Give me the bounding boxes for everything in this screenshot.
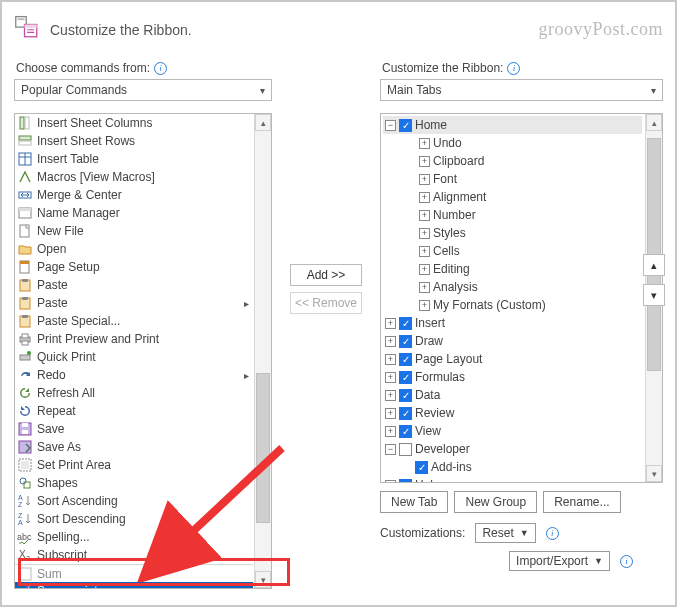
tree-node[interactable]: +Number: [383, 206, 642, 224]
expand-toggle[interactable]: +: [385, 354, 396, 365]
checkbox[interactable]: [399, 443, 412, 456]
command-item[interactable]: Shapes▸: [15, 474, 253, 492]
expand-toggle[interactable]: +: [419, 228, 430, 239]
tree-node[interactable]: +Alignment: [383, 188, 642, 206]
collapse-toggle[interactable]: −: [385, 120, 396, 131]
scrollbar[interactable]: ▴ ▾: [254, 114, 271, 588]
expand-toggle[interactable]: +: [385, 372, 396, 383]
checkbox[interactable]: ✓: [399, 353, 412, 366]
command-item[interactable]: AZSort Ascending: [15, 492, 253, 510]
rename-button[interactable]: Rename...: [543, 491, 620, 513]
tree-node[interactable]: −✓Home: [383, 116, 642, 134]
expand-toggle[interactable]: +: [419, 174, 430, 185]
tree-node[interactable]: +✓Page Layout: [383, 350, 642, 368]
tree-node[interactable]: ✓Add-ins: [383, 458, 642, 476]
command-item[interactable]: Paste Special...: [15, 312, 253, 330]
checkbox[interactable]: ✓: [399, 425, 412, 438]
checkbox[interactable]: ✓: [399, 119, 412, 132]
command-item[interactable]: Refresh All: [15, 384, 253, 402]
expand-toggle[interactable]: +: [419, 192, 430, 203]
checkbox[interactable]: ✓: [399, 371, 412, 384]
commands-listbox[interactable]: Insert Sheet ColumnsInsert Sheet RowsIns…: [14, 113, 272, 589]
import-export-dropdown[interactable]: Import/Export▼: [509, 551, 610, 571]
expand-toggle[interactable]: [401, 462, 412, 473]
expand-toggle[interactable]: +: [419, 138, 430, 149]
command-item[interactable]: Merge & Center: [15, 186, 253, 204]
scroll-thumb[interactable]: [256, 373, 270, 523]
checkbox[interactable]: ✓: [415, 461, 428, 474]
expand-toggle[interactable]: +: [419, 246, 430, 257]
tree-node[interactable]: +✓Data: [383, 386, 642, 404]
new-group-button[interactable]: New Group: [454, 491, 537, 513]
tree-node[interactable]: +My Fornats (Custom): [383, 296, 642, 314]
command-item[interactable]: Set Print Area: [15, 456, 253, 474]
info-icon[interactable]: i: [154, 62, 167, 75]
reset-dropdown[interactable]: Reset▼: [475, 523, 535, 543]
tree-node[interactable]: +✓Help: [383, 476, 642, 482]
command-item[interactable]: Open: [15, 240, 253, 258]
command-item[interactable]: abcSpelling...: [15, 528, 253, 546]
add-button[interactable]: Add >>: [290, 264, 362, 286]
tree-node[interactable]: +✓Review: [383, 404, 642, 422]
expand-toggle[interactable]: +: [419, 264, 430, 275]
command-item[interactable]: Quick Print: [15, 348, 253, 366]
expand-toggle[interactable]: +: [385, 426, 396, 437]
checkbox[interactable]: ✓: [399, 335, 412, 348]
command-item[interactable]: Repeat: [15, 402, 253, 420]
move-down-button[interactable]: ▾: [643, 284, 665, 306]
expand-toggle[interactable]: +: [419, 300, 430, 311]
tree-node[interactable]: +✓View: [383, 422, 642, 440]
scroll-down-button[interactable]: ▾: [646, 465, 662, 482]
info-icon[interactable]: i: [507, 62, 520, 75]
tabs-scope-dropdown[interactable]: Main Tabs ▾: [380, 79, 663, 101]
tree-node[interactable]: +Undo: [383, 134, 642, 152]
tree-node[interactable]: +Clipboard: [383, 152, 642, 170]
tree-node[interactable]: +Cells: [383, 242, 642, 260]
expand-toggle[interactable]: +: [419, 210, 430, 221]
checkbox[interactable]: ✓: [399, 479, 412, 483]
command-item[interactable]: Macros [View Macros]: [15, 168, 253, 186]
command-item[interactable]: Insert Table: [15, 150, 253, 168]
tree-node[interactable]: +Analysis: [383, 278, 642, 296]
remove-button[interactable]: << Remove: [290, 292, 362, 314]
tree-node[interactable]: +Editing: [383, 260, 642, 278]
expand-toggle[interactable]: +: [385, 480, 396, 483]
command-item[interactable]: Page Setup: [15, 258, 253, 276]
command-item[interactable]: Insert Sheet Rows: [15, 132, 253, 150]
commands-source-dropdown[interactable]: Popular Commands ▾: [14, 79, 272, 101]
expand-toggle[interactable]: +: [385, 408, 396, 419]
expand-toggle[interactable]: +: [419, 282, 430, 293]
command-item[interactable]: Paste▸: [15, 294, 253, 312]
new-tab-button[interactable]: New Tab: [380, 491, 448, 513]
checkbox[interactable]: ✓: [399, 389, 412, 402]
collapse-toggle[interactable]: −: [385, 444, 396, 455]
command-item[interactable]: ZASort Descending: [15, 510, 253, 528]
scroll-up-button[interactable]: ▴: [646, 114, 662, 131]
tree-node[interactable]: +✓Draw: [383, 332, 642, 350]
tree-node[interactable]: +Font: [383, 170, 642, 188]
command-item[interactable]: Redo▸: [15, 366, 253, 384]
expand-toggle[interactable]: +: [385, 336, 396, 347]
info-icon[interactable]: i: [620, 555, 633, 568]
scroll-up-button[interactable]: ▴: [255, 114, 271, 131]
command-item[interactable]: X2Subscript: [15, 546, 253, 564]
command-item[interactable]: Print Preview and Print: [15, 330, 253, 348]
checkbox[interactable]: ✓: [399, 317, 412, 330]
tree-node[interactable]: +✓Formulas: [383, 368, 642, 386]
expand-toggle[interactable]: +: [385, 390, 396, 401]
command-item[interactable]: Name Manager: [15, 204, 253, 222]
info-icon[interactable]: i: [546, 527, 559, 540]
command-item[interactable]: Sum: [15, 564, 253, 582]
tree-node[interactable]: +✓Insert: [383, 314, 642, 332]
tree-node[interactable]: +Styles: [383, 224, 642, 242]
tree-node[interactable]: −Developer: [383, 440, 642, 458]
ribbon-tree[interactable]: −✓Home+Undo+Clipboard+Font+Alignment+Num…: [380, 113, 663, 483]
command-item-selected[interactable]: X2Superscript: [15, 582, 253, 588]
scroll-down-button[interactable]: ▾: [255, 571, 271, 588]
checkbox[interactable]: ✓: [399, 407, 412, 420]
command-item[interactable]: Save: [15, 420, 253, 438]
command-item[interactable]: New File: [15, 222, 253, 240]
command-item[interactable]: Save As: [15, 438, 253, 456]
move-up-button[interactable]: ▴: [643, 254, 665, 276]
expand-toggle[interactable]: +: [385, 318, 396, 329]
